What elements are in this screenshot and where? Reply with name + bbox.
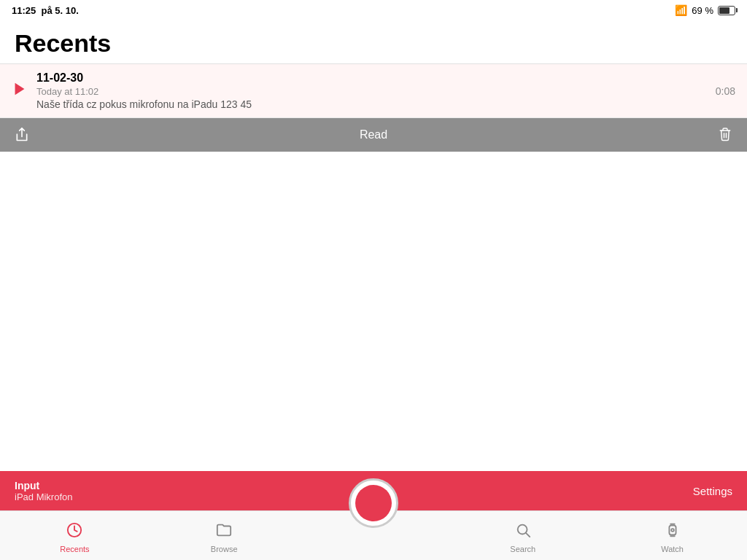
play-button[interactable] bbox=[12, 81, 28, 101]
tab-browse-label: Browse bbox=[211, 545, 238, 553]
tab-recents-label: Recents bbox=[60, 545, 89, 553]
status-indicators: 📶 69 % bbox=[675, 4, 735, 16]
input-label: Input bbox=[15, 480, 72, 491]
recording-transcript: Naše třída cz pokus mikrofonu na iPadu 1… bbox=[36, 98, 707, 110]
wifi-icon: 📶 bbox=[675, 4, 687, 16]
watch-icon bbox=[665, 522, 681, 542]
status-bar: 11:25 på 5. 10. 📶 69 % bbox=[0, 0, 747, 20]
action-bar: Read bbox=[0, 118, 747, 152]
record-button-inner bbox=[355, 485, 392, 521]
tab-search[interactable]: Search bbox=[448, 518, 597, 553]
svg-line-6 bbox=[526, 533, 530, 537]
record-button-container bbox=[349, 478, 398, 528]
tab-recents[interactable]: Recents bbox=[0, 518, 150, 553]
page-title: Recents bbox=[15, 29, 732, 58]
main-content bbox=[0, 152, 747, 436]
recording-item[interactable]: 11-02-30 Today at 11:02 Naše třída cz po… bbox=[0, 64, 747, 118]
recording-date: Today at 11:02 bbox=[36, 86, 707, 97]
tab-browse[interactable]: Browse bbox=[150, 518, 299, 553]
battery-percent: 69 % bbox=[692, 5, 713, 16]
input-device: iPad Mikrofon bbox=[15, 491, 72, 502]
recording-duration: 0:08 bbox=[716, 85, 735, 97]
svg-point-10 bbox=[671, 529, 674, 532]
tab-search-label: Search bbox=[510, 545, 535, 553]
delete-button[interactable] bbox=[703, 127, 747, 143]
tab-watch-label: Watch bbox=[661, 545, 684, 553]
read-button[interactable]: Read bbox=[44, 128, 703, 141]
browse-icon bbox=[216, 522, 232, 542]
record-button[interactable] bbox=[349, 478, 398, 528]
status-time-date: 11:25 på 5. 10. bbox=[12, 5, 79, 16]
tab-watch[interactable]: Watch bbox=[597, 518, 747, 553]
svg-marker-0 bbox=[15, 83, 25, 96]
recording-title: 11-02-30 bbox=[36, 71, 707, 85]
battery-icon bbox=[718, 6, 735, 15]
svg-rect-7 bbox=[669, 526, 676, 535]
recording-info: 11-02-30 Today at 11:02 Naše třída cz po… bbox=[36, 71, 707, 110]
recents-icon bbox=[66, 522, 82, 542]
settings-button[interactable]: Settings bbox=[693, 485, 732, 497]
share-button[interactable] bbox=[0, 127, 44, 143]
page-title-bar: Recents bbox=[0, 20, 747, 64]
input-info: Input iPad Mikrofon bbox=[15, 480, 72, 502]
search-icon bbox=[515, 522, 531, 542]
